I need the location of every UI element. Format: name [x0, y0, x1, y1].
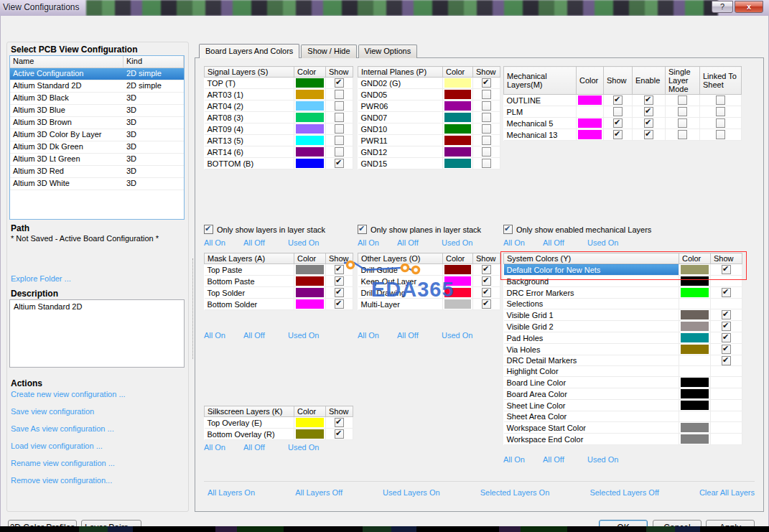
filter-only-enabled-mechanical[interactable]: Only show enabled mechanical Layers	[503, 225, 651, 234]
help-button[interactable]: ?	[712, 1, 733, 13]
color-cell[interactable]	[679, 287, 711, 299]
linked-to-sheet-checkbox[interactable]	[716, 107, 725, 116]
all-off-link[interactable]: All Off	[397, 238, 442, 247]
table-row[interactable]: ART04 (2)	[205, 101, 353, 112]
all-off-link[interactable]: All Off	[243, 238, 288, 247]
table-row[interactable]: Drill Drawing	[358, 287, 500, 299]
color-swatch[interactable]	[296, 147, 324, 157]
linked-to-sheet-checkbox[interactable]	[716, 130, 725, 139]
color-cell[interactable]	[294, 101, 326, 112]
show-checkbox[interactable]	[335, 136, 344, 145]
table-row[interactable]: Multi-Layer	[358, 299, 500, 310]
show-checkbox[interactable]	[335, 418, 344, 427]
color-cell[interactable]	[294, 299, 326, 310]
used-on-link[interactable]: Used On	[288, 331, 319, 340]
color-swatch[interactable]	[296, 124, 324, 134]
config-list-item[interactable]: Altium 3D Black3D	[10, 93, 184, 105]
color-swatch[interactable]	[296, 288, 324, 297]
filter-only-layers-in-stack[interactable]: Only show layers in layer stack	[204, 225, 325, 234]
color-swatch[interactable]	[444, 90, 471, 99]
table-row[interactable]: Bottom Paste	[205, 276, 353, 287]
show-checkbox[interactable]	[482, 299, 491, 309]
used-on-link[interactable]: Used On	[442, 331, 472, 340]
color-cell[interactable]	[679, 355, 711, 366]
color-cell[interactable]	[294, 123, 326, 135]
show-checkbox[interactable]	[335, 101, 344, 111]
table-row[interactable]: Mechanical 13	[504, 129, 742, 141]
color-swatch[interactable]	[578, 118, 602, 128]
show-checkbox[interactable]	[722, 356, 731, 365]
table-row[interactable]: GND02 (G)	[358, 78, 500, 89]
color-cell[interactable]	[679, 422, 711, 434]
color-swatch[interactable]	[296, 429, 324, 439]
color-cell[interactable]	[294, 287, 326, 299]
color-swatch[interactable]	[296, 159, 324, 168]
color-cell[interactable]	[679, 299, 711, 309]
color-cell[interactable]	[294, 264, 326, 276]
table-row[interactable]: Via Holes	[504, 344, 742, 355]
color-cell[interactable]	[443, 135, 473, 146]
color-cell[interactable]	[294, 146, 326, 158]
color-swatch[interactable]	[444, 101, 471, 111]
config-list-item[interactable]: Altium 3D Lt Green3D	[10, 154, 184, 166]
color-swatch[interactable]	[444, 265, 471, 274]
color-swatch[interactable]	[296, 136, 324, 145]
tab-board-layers-and-colors[interactable]: Board Layers And Colors	[199, 44, 299, 58]
table-row[interactable]: Visible Grid 2	[504, 321, 742, 332]
all-off-link[interactable]: All Off	[243, 443, 288, 452]
table-row[interactable]: Keep-Out Layer	[358, 276, 500, 287]
table-row[interactable]: DRC Error Markers	[504, 287, 742, 299]
table-row[interactable]: GND12	[358, 146, 500, 158]
color-swatch[interactable]	[444, 288, 471, 297]
table-row[interactable]: ART08 (3)	[205, 112, 353, 123]
color-swatch[interactable]	[296, 265, 324, 274]
color-cell[interactable]	[443, 123, 473, 135]
table-row[interactable]: Drill Guide	[358, 264, 500, 276]
table-row[interactable]: PLM	[504, 106, 742, 118]
show-checkbox[interactable]	[722, 322, 731, 331]
config-list-item[interactable]: Altium 3D Color By Layer3D	[10, 129, 184, 141]
all-off-link[interactable]: All Off	[543, 238, 587, 247]
show-checkbox[interactable]	[482, 288, 491, 297]
color-cell[interactable]	[577, 106, 604, 118]
description-box[interactable]: Altium Standard 2D	[9, 299, 185, 368]
config-list-item[interactable]: Active Configuration2D simple	[10, 68, 184, 80]
color-cell[interactable]	[443, 78, 473, 89]
table-row[interactable]: Workspace End Color	[504, 434, 742, 445]
color-cell[interactable]	[443, 299, 473, 310]
color-swatch[interactable]	[444, 276, 471, 286]
color-cell[interactable]	[679, 332, 711, 344]
show-checkbox[interactable]	[722, 288, 731, 297]
color-cell[interactable]	[294, 429, 326, 440]
show-checkbox[interactable]	[482, 147, 491, 157]
color-swatch[interactable]	[296, 101, 324, 111]
table-row[interactable]: Background	[504, 276, 742, 287]
show-checkbox[interactable]	[335, 113, 344, 122]
load-view-configuration-link[interactable]: Load view configuration ...	[11, 442, 183, 450]
color-cell[interactable]	[443, 264, 473, 276]
color-cell[interactable]	[294, 158, 326, 169]
linked-to-sheet-checkbox[interactable]	[716, 95, 725, 105]
single-layer-mode-checkbox[interactable]	[678, 107, 687, 116]
table-row[interactable]: GND10	[358, 123, 500, 135]
color-swatch[interactable]	[681, 401, 709, 410]
color-swatch[interactable]	[681, 322, 709, 331]
show-checkbox[interactable]	[482, 101, 491, 111]
color-cell[interactable]	[443, 146, 473, 158]
color-cell[interactable]	[679, 388, 711, 400]
column-header-name[interactable]: Name	[10, 56, 123, 67]
table-row[interactable]: Top Overlay (E)	[205, 417, 353, 429]
color-cell[interactable]	[294, 112, 326, 123]
color-cell[interactable]	[679, 411, 711, 422]
remove-view-configuration-link[interactable]: Remove view configuration...	[11, 476, 183, 485]
color-swatch[interactable]	[578, 107, 602, 116]
show-checkbox[interactable]	[335, 78, 344, 88]
color-cell[interactable]	[679, 309, 711, 321]
show-checkbox[interactable]	[482, 276, 491, 286]
color-swatch[interactable]	[681, 378, 709, 387]
show-checkbox[interactable]	[613, 107, 623, 116]
table-row[interactable]: Sheet Line Color	[504, 400, 742, 411]
rename-view-configuration-link[interactable]: Rename view configuration ...	[11, 459, 183, 467]
show-checkbox[interactable]	[335, 299, 344, 309]
table-row[interactable]: BOTTOM (B)	[205, 158, 353, 169]
